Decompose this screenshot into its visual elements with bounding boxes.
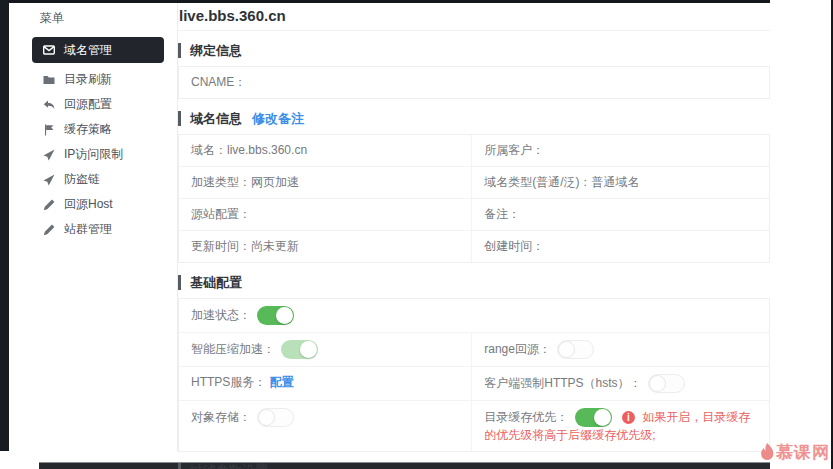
- send-icon: [43, 149, 55, 161]
- field-label: 域名：: [191, 143, 227, 157]
- sidebar-item-label: IP访问限制: [64, 146, 123, 163]
- https-config-link[interactable]: 配置: [270, 375, 294, 389]
- table-row: 加速状态：: [179, 299, 769, 333]
- remark-cell: 备注：: [472, 199, 769, 230]
- page-title: live.bbs.360.cn: [178, 3, 770, 31]
- table-row: 加速类型：网页加速 域名类型(普通/泛)：普通域名: [179, 167, 769, 199]
- smart-compress-toggle[interactable]: [281, 340, 318, 359]
- watermark: 慕课网: [760, 441, 830, 464]
- field-label: 所属客户：: [484, 143, 544, 157]
- field-label: range回源：: [484, 342, 551, 356]
- field-label: 对象存储：: [191, 410, 251, 424]
- section-domain-info: 域名信息 修改备注: [178, 111, 770, 126]
- field-label: 加速类型：: [191, 175, 251, 189]
- folder-icon: [43, 74, 55, 86]
- customer-cell: 所属客户：: [472, 135, 769, 166]
- watermark-text: 慕课网: [776, 441, 830, 464]
- sidebar-item-label: 回源配置: [64, 96, 112, 113]
- sidebar-item-label: 防盗链: [64, 171, 100, 188]
- sidebar-item-label: 站群管理: [64, 221, 112, 238]
- edit-remark-link[interactable]: 修改备注: [252, 111, 304, 126]
- sidebar: 菜单 域名管理 目录刷新 回源配置 缓存策略 IP访问限制 防盗链: [9, 3, 178, 451]
- sidebar-item-origin-host[interactable]: 回源Host: [9, 192, 177, 217]
- pencil-icon: [43, 224, 55, 236]
- flame-icon: [760, 443, 775, 462]
- table-row: 对象存储： 目录缓存优先： 如果开启，目录缓存的优先级将高于后缀缓存优先级;: [179, 401, 769, 451]
- toggle-knob: [300, 341, 317, 358]
- sidebar-item-anti-hotlink[interactable]: 防盗链: [9, 167, 177, 192]
- flag-icon: [43, 124, 55, 136]
- sidebar-item-site-group[interactable]: 站群管理: [9, 217, 177, 242]
- section-binding-info: 绑定信息: [178, 43, 770, 58]
- toggle-knob: [558, 341, 575, 358]
- section-filter-params: 过滤参数设置 默认情况下，过滤参数的开关处于开启状态，此时会忽略用户请求URL中…: [178, 463, 770, 469]
- section-domain-title: 域名信息: [190, 111, 242, 126]
- sidebar-item-label: 目录刷新: [64, 71, 112, 88]
- section-binding-title: 绑定信息: [190, 43, 242, 58]
- sidebar-item-cache-policy[interactable]: 缓存策略: [9, 117, 177, 142]
- field-label: 加速状态：: [191, 308, 251, 322]
- field-label: 源站配置：: [191, 207, 251, 221]
- cname-cell: CNAME：: [179, 67, 769, 98]
- section-filter-title: 过滤参数设置: [190, 463, 770, 469]
- binding-info-box: CNAME：: [178, 66, 770, 99]
- send-icon: [43, 174, 55, 186]
- field-label: 智能压缩加速：: [191, 342, 275, 356]
- field-label: 备注：: [484, 207, 520, 221]
- field-label: 目录缓存优先：: [484, 410, 568, 424]
- pencil-icon: [43, 199, 55, 211]
- field-label: 更新时间：: [191, 239, 251, 253]
- field-value: 普通域名: [592, 175, 640, 189]
- hsts-cell: 客户端强制HTTPS（hsts）：: [472, 367, 769, 400]
- sidebar-item-origin-config[interactable]: 回源配置: [9, 92, 177, 117]
- main-content: live.bbs.360.cn 绑定信息 CNAME： 域名信息 修改备注 域名…: [178, 3, 770, 469]
- field-label: 域名类型(普通/泛)：: [484, 175, 591, 189]
- smart-compress-cell: 智能压缩加速：: [179, 333, 472, 366]
- cname-label: CNAME：: [191, 75, 246, 89]
- domain-cell: 域名：live.bbs.360.cn: [179, 135, 472, 166]
- info-icon: [622, 411, 635, 424]
- field-label: 创建时间：: [484, 239, 544, 253]
- table-row: 源站配置： 备注：: [179, 199, 769, 231]
- dir-cache-cell: 目录缓存优先： 如果开启，目录缓存的优先级将高于后缀缓存优先级;: [472, 401, 769, 451]
- sidebar-item-ip-restrict[interactable]: IP访问限制: [9, 142, 177, 167]
- section-basic-config: 基础配置: [178, 275, 770, 290]
- sidebar-item-label: 回源Host: [64, 196, 113, 213]
- https-service-cell: HTTPS服务： 配置: [179, 367, 472, 400]
- create-time-cell: 创建时间：: [472, 231, 769, 262]
- toggle-knob: [594, 409, 611, 426]
- range-origin-toggle[interactable]: [557, 340, 594, 359]
- update-time-cell: 更新时间：尚未更新: [179, 231, 472, 262]
- field-label: 客户端强制HTTPS（hsts）：: [484, 376, 641, 390]
- range-origin-cell: range回源：: [472, 333, 769, 366]
- table-row: HTTPS服务： 配置 客户端强制HTTPS（hsts）：: [179, 367, 769, 401]
- object-storage-cell: 对象存储：: [179, 401, 472, 451]
- origin-config-cell: 源站配置：: [179, 199, 472, 230]
- mail-icon: [43, 44, 55, 56]
- sidebar-item-label: 域名管理: [64, 42, 112, 59]
- field-value: 网页加速: [251, 175, 299, 189]
- field-label: HTTPS服务：: [191, 375, 266, 389]
- sidebar-item-domain-manage[interactable]: 域名管理: [32, 37, 164, 63]
- dir-cache-toggle[interactable]: [575, 408, 612, 427]
- table-row: CNAME：: [179, 67, 769, 98]
- sidebar-item-dir-refresh[interactable]: 目录刷新: [9, 67, 177, 92]
- reply-icon: [43, 99, 55, 111]
- sidebar-item-label: 缓存策略: [64, 121, 112, 138]
- object-storage-toggle[interactable]: [257, 408, 294, 427]
- table-row: 更新时间：尚未更新 创建时间：: [179, 231, 769, 262]
- toggle-knob: [258, 409, 275, 426]
- field-value: 尚未更新: [251, 239, 299, 253]
- sidebar-title: 菜单: [9, 3, 177, 37]
- toggle-knob: [276, 307, 293, 324]
- accel-status-toggle[interactable]: [257, 306, 294, 325]
- domain-info-table: 域名：live.bbs.360.cn 所属客户： 加速类型：网页加速 域名类型(…: [178, 134, 770, 263]
- field-value: live.bbs.360.cn: [227, 143, 307, 157]
- table-row: 智能压缩加速： range回源：: [179, 333, 769, 367]
- section-basic-title: 基础配置: [190, 275, 242, 290]
- basic-config-table: 加速状态： 智能压缩加速： range回源： HTTPS服务： 配置 客户端强制…: [178, 298, 770, 452]
- domain-type-cell: 域名类型(普通/泛)：普通域名: [472, 167, 769, 198]
- accel-type-cell: 加速类型：网页加速: [179, 167, 472, 198]
- table-row: 域名：live.bbs.360.cn 所属客户：: [179, 135, 769, 167]
- hsts-toggle[interactable]: [648, 374, 685, 393]
